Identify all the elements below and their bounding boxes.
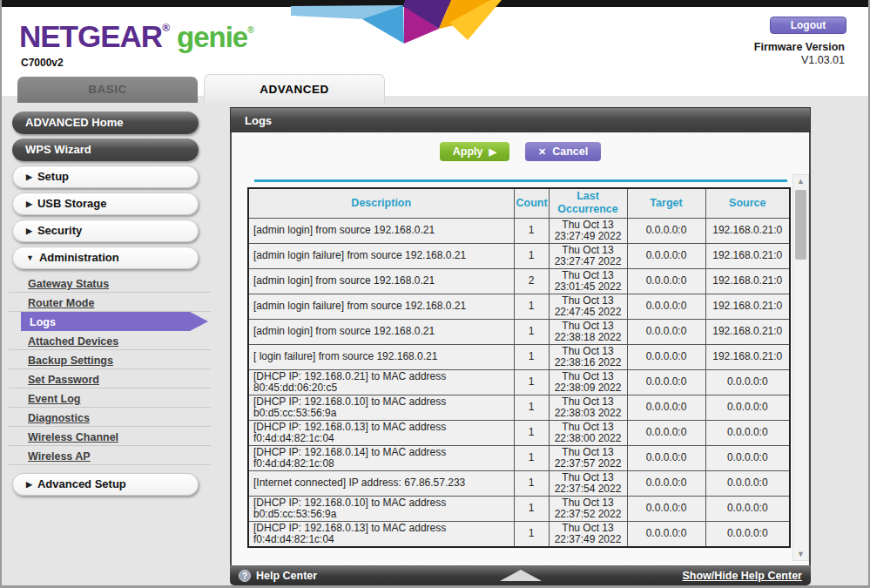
sidebar-item-label: Administration bbox=[39, 251, 119, 264]
brand-genie: genie bbox=[177, 21, 247, 53]
table-row: [DHCP IP: 192.168.0.21] to MAC address80… bbox=[248, 369, 790, 395]
sidebar-sub-link[interactable]: Attached Devices bbox=[9, 331, 211, 350]
sidebar-sub-link-label: Gateway Status bbox=[28, 278, 109, 290]
table-row: [admin login failure] from source 192.16… bbox=[248, 243, 790, 268]
table-row: [admin login failure] from source 192.16… bbox=[248, 294, 790, 319]
sidebar-sub-link[interactable]: Router Mode bbox=[9, 293, 211, 312]
cell-last-occurrence: Thu Oct 1323:01:45 2022 bbox=[549, 268, 627, 294]
cell-source: 0.0.0.0:0 bbox=[705, 369, 790, 395]
cell-target: 0.0.0.0:0 bbox=[627, 395, 705, 420]
sidebar-sub-link[interactable]: Diagnostics bbox=[9, 408, 211, 427]
sidebar-item[interactable]: ADVANCED Home bbox=[12, 112, 199, 134]
logout-button[interactable]: Logout bbox=[770, 17, 846, 34]
sidebar-sub-link[interactable]: Wireless Channel bbox=[9, 427, 211, 446]
cell-last-occurrence: Thu Oct 1322:37:49 2022 bbox=[549, 521, 627, 547]
sidebar-dark-group: ADVANCED Home WPS Wizard bbox=[9, 96, 226, 161]
cell-description: [admin login] from source 192.168.0.21 bbox=[248, 218, 514, 243]
scroll-up-icon[interactable]: ▲ bbox=[793, 177, 808, 186]
cell-source: 192.168.0.21:0 bbox=[705, 319, 790, 344]
cell-description: [Internet connected] IP address: 67.86.5… bbox=[248, 470, 514, 496]
cell-count: 1 bbox=[514, 319, 549, 344]
cell-target: 0.0.0.0:0 bbox=[627, 470, 705, 496]
sidebar-item-collapsible[interactable]: ▶Security bbox=[12, 220, 199, 242]
logs-table: Description Count Last Occurrence Target… bbox=[247, 187, 791, 548]
cell-source: 0.0.0.0:0 bbox=[705, 496, 790, 521]
cell-count: 2 bbox=[514, 268, 549, 294]
apply-button[interactable]: Apply ▶ bbox=[440, 142, 509, 161]
registered-mark-icon: ® bbox=[162, 22, 170, 34]
panel-title: Logs bbox=[230, 107, 811, 132]
cell-source: 0.0.0.0:0 bbox=[705, 470, 790, 496]
cell-last-occurrence: Thu Oct 1322:37:52 2022 bbox=[549, 496, 627, 521]
cell-source: 0.0.0.0:0 bbox=[705, 445, 790, 470]
collapse-arrow-icon[interactable] bbox=[500, 570, 542, 581]
divider-line bbox=[254, 179, 787, 182]
sidebar-item-collapsible[interactable]: ▶Setup bbox=[12, 166, 199, 188]
cell-last-occurrence: Thu Oct 1322:47:45 2022 bbox=[549, 294, 627, 319]
sidebar-sub-link[interactable]: Wireless AP bbox=[9, 446, 211, 465]
sidebar-item-label: Advanced Setup bbox=[37, 477, 126, 490]
cell-target: 0.0.0.0:0 bbox=[627, 369, 705, 395]
cell-source: 0.0.0.0:0 bbox=[705, 395, 790, 420]
logs-panel: Logs Apply ▶ ✕ Cancel bbox=[230, 107, 811, 585]
sidebar-item-collapsible[interactable]: ▶Advanced Setup bbox=[12, 473, 199, 496]
sidebar-sub-link-label: Wireless Channel bbox=[28, 431, 118, 443]
cancel-button[interactable]: ✕ Cancel bbox=[525, 142, 601, 161]
cell-description: [admin login] from source 192.168.0.21 bbox=[248, 319, 514, 344]
panel-body: Apply ▶ ✕ Cancel Description bbox=[230, 132, 811, 565]
cell-description: [admin login failure] from source 192.16… bbox=[248, 294, 514, 319]
sidebar-sub-link-label: Diagnostics bbox=[28, 412, 90, 424]
sidebar-item-label: WPS Wizard bbox=[25, 143, 91, 156]
cell-source: 0.0.0.0:0 bbox=[705, 420, 790, 445]
cell-target: 0.0.0.0:0 bbox=[627, 445, 705, 470]
cell-last-occurrence: Thu Oct 1322:38:00 2022 bbox=[549, 420, 627, 445]
cell-count: 1 bbox=[514, 369, 549, 395]
column-header: Count bbox=[514, 188, 549, 218]
table-row: [DHCP IP: 192.168.0.14] to MAC addressf0… bbox=[248, 445, 790, 470]
sidebar-sub-link[interactable]: Set Password bbox=[9, 369, 211, 389]
sidebar-sub-link[interactable]: Backup Settings bbox=[9, 350, 211, 369]
vertical-scrollbar[interactable]: ▲ ▼ bbox=[792, 174, 809, 561]
administration-links: Gateway Status Router Mode Logs Attached… bbox=[9, 274, 211, 465]
table-row: [DHCP IP: 192.168.0.10] to MAC addressb0… bbox=[248, 395, 790, 420]
help-center-button[interactable]: ? Help Center bbox=[239, 570, 317, 582]
show-hide-help-link[interactable]: Show/Hide Help Center bbox=[682, 570, 802, 582]
sidebar-sub-link[interactable]: Logs bbox=[21, 312, 208, 331]
logs-table-header: Description Count Last Occurrence Target… bbox=[248, 188, 790, 218]
cell-source: 192.168.0.21:0 bbox=[705, 268, 790, 294]
cell-target: 0.0.0.0:0 bbox=[627, 344, 705, 369]
firmware-label: Firmware Version bbox=[754, 41, 845, 53]
table-row: [Internet connected] IP address: 67.86.5… bbox=[248, 470, 790, 496]
cell-description: [DHCP IP: 192.168.0.10] to MAC addressb0… bbox=[248, 496, 514, 521]
cell-target: 0.0.0.0:0 bbox=[627, 243, 705, 268]
sidebar-bottom-group: ▶Advanced Setup bbox=[9, 473, 226, 496]
cell-last-occurrence: Thu Oct 1323:27:49 2022 bbox=[549, 218, 627, 243]
sidebar-nav: ADVANCED Home WPS Wizard ▶Setup ▶USB Sto… bbox=[9, 96, 226, 500]
sidebar-sub-link[interactable]: Event Log bbox=[9, 389, 211, 408]
cell-count: 1 bbox=[514, 470, 549, 496]
sidebar-sub-link-label: Attached Devices bbox=[28, 335, 118, 348]
netgear-ribbon-graphic bbox=[289, 0, 502, 51]
sidebar-collapsed-group: ▶Setup ▶USB Storage ▶Security bbox=[9, 166, 226, 242]
sidebar-item[interactable]: WPS Wizard bbox=[12, 139, 199, 161]
tab-advanced[interactable]: ADVANCED bbox=[204, 74, 385, 103]
cell-source: 192.168.0.21:0 bbox=[705, 294, 790, 319]
cell-count: 1 bbox=[514, 294, 549, 319]
brand-netgear: NETGEAR bbox=[19, 19, 162, 53]
model-number: C7000v2 bbox=[21, 57, 64, 69]
sidebar-item-label: USB Storage bbox=[37, 197, 106, 210]
scroll-down-icon[interactable]: ▼ bbox=[793, 550, 808, 558]
cell-description: [DHCP IP: 192.168.0.21] to MAC address80… bbox=[248, 369, 514, 395]
sidebar-item-collapsible[interactable]: ▶USB Storage bbox=[12, 193, 199, 215]
router-admin-page: NETGEAR®genie® C7000v2 Logout Firmware V… bbox=[0, 0, 870, 588]
scrollbar-thumb[interactable] bbox=[795, 190, 806, 260]
table-row: [DHCP IP: 192.168.0.10] to MAC addressb0… bbox=[248, 496, 790, 521]
cell-last-occurrence: Thu Oct 1322:38:09 2022 bbox=[549, 369, 627, 395]
sidebar-item-administration[interactable]: ▼Administration bbox=[12, 247, 199, 269]
help-center-label: Help Center bbox=[256, 570, 317, 582]
sidebar-sub-link[interactable]: Gateway Status bbox=[9, 274, 211, 293]
cell-source: 192.168.0.21:0 bbox=[705, 243, 790, 268]
chevron-right-icon: ▶ bbox=[26, 480, 32, 489]
cell-target: 0.0.0.0:0 bbox=[627, 268, 705, 294]
logs-table-body: [admin login] from source 192.168.0.21 1… bbox=[248, 218, 790, 547]
